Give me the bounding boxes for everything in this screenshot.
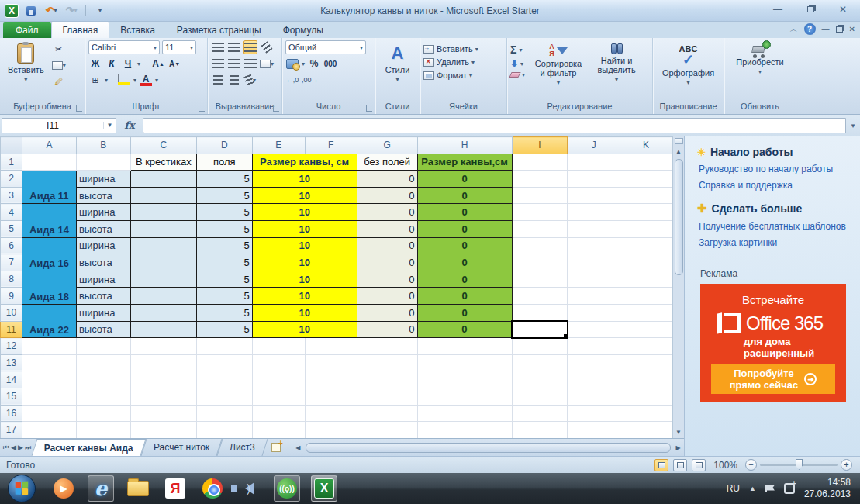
vertical-scroll-thumb[interactable]	[675, 159, 683, 275]
cell-E7[interactable]: 10	[252, 254, 357, 271]
cell[interactable]	[22, 388, 76, 405]
cell[interactable]	[568, 371, 620, 388]
scroll-right-arrow[interactable]: ▶	[672, 442, 684, 454]
cell[interactable]	[252, 388, 305, 405]
cell[interactable]	[620, 237, 672, 254]
cell-G5[interactable]: 0	[357, 220, 417, 237]
align-center-button[interactable]	[227, 57, 241, 71]
zoom-thumb[interactable]	[796, 459, 803, 470]
copy-button[interactable]: ▾	[52, 58, 66, 72]
align-bottom-button[interactable]	[243, 40, 257, 54]
column-header-C[interactable]: C	[130, 137, 196, 154]
cell[interactable]	[76, 422, 130, 439]
workbook-minimize-button[interactable]: —	[822, 25, 830, 33]
column-header-E[interactable]: E	[252, 137, 305, 154]
cell-H9[interactable]: 0	[417, 288, 512, 305]
cell[interactable]	[252, 405, 305, 422]
align-top-button[interactable]	[211, 40, 225, 54]
cell[interactable]	[512, 422, 568, 439]
cell-H3[interactable]: 0	[417, 187, 512, 204]
cell-B10[interactable]: ширина	[76, 304, 130, 321]
cell-aida-Аида-11[interactable]: Аида 11	[22, 171, 76, 204]
horizontal-scroll-thumb[interactable]	[306, 443, 671, 453]
tab-page-layout[interactable]: Разметка страницы	[166, 22, 272, 38]
cell-C7[interactable]	[130, 254, 196, 271]
cell[interactable]	[252, 338, 305, 355]
cell[interactable]	[196, 405, 252, 422]
page-break-view-button[interactable]	[692, 459, 706, 471]
cell-I6[interactable]	[512, 237, 568, 254]
insert-cells-button[interactable]: Вставить▾	[423, 44, 503, 54]
cell[interactable]	[512, 388, 568, 405]
row-header-11[interactable]: 11	[1, 321, 22, 338]
zoom-level[interactable]: 100%	[713, 460, 737, 471]
cell-D8[interactable]: 5	[196, 271, 252, 288]
cell-H5[interactable]: 0	[417, 220, 512, 237]
cell-C8[interactable]	[130, 271, 196, 288]
cell[interactable]	[305, 405, 357, 422]
cell[interactable]	[76, 354, 130, 371]
selected-cell-I11[interactable]	[512, 321, 568, 338]
row-header-2[interactable]: 2	[1, 171, 22, 188]
taskbar-network-app[interactable]: ((ϙ))	[274, 475, 300, 502]
cell[interactable]	[620, 304, 672, 321]
cell-E3[interactable]: 10	[252, 187, 357, 204]
cell[interactable]	[357, 354, 417, 371]
language-indicator[interactable]: RU	[727, 483, 740, 494]
cell-aida-Аида-18[interactable]: Аида 18	[22, 271, 76, 304]
cell-I7[interactable]	[512, 254, 568, 271]
font-size-combo[interactable]: 11▾	[162, 40, 196, 54]
cell[interactable]	[22, 422, 76, 439]
cell[interactable]	[568, 171, 620, 188]
cell[interactable]	[512, 338, 568, 355]
cell-aida-Аида-16[interactable]: Аида 16	[22, 237, 76, 271]
redo-button[interactable]: ↷▾	[64, 4, 79, 18]
cell-H4[interactable]: 0	[417, 204, 512, 221]
tab-insert[interactable]: Вставка	[109, 22, 166, 38]
zoom-track[interactable]	[760, 464, 838, 466]
row-header-13[interactable]: 13	[1, 354, 22, 371]
increase-decimal-button[interactable]: ←,0	[285, 73, 299, 87]
action-center-flag-icon[interactable]	[765, 485, 775, 492]
paste-button[interactable]: Вставить▾	[3, 40, 49, 102]
cell-E9[interactable]: 10	[252, 288, 357, 305]
cell[interactable]	[620, 354, 672, 371]
cell[interactable]	[620, 187, 672, 204]
cell[interactable]	[305, 354, 357, 371]
insert-worksheet-button[interactable]	[265, 439, 287, 456]
cell[interactable]	[130, 354, 196, 371]
cell-B3[interactable]: высота	[76, 187, 130, 204]
cell[interactable]	[568, 304, 620, 321]
cell-B4[interactable]: ширина	[76, 204, 130, 221]
format-painter-button[interactable]: 🖉	[52, 74, 66, 88]
cell[interactable]	[76, 371, 130, 388]
taskbar-media-player[interactable]: ▶	[50, 475, 77, 502]
cell-D9[interactable]: 5	[196, 288, 252, 305]
cell[interactable]	[568, 271, 620, 288]
clear-button[interactable]: ▾	[510, 71, 525, 78]
cell[interactable]	[357, 338, 417, 355]
office365-ad[interactable]: Встречайте Office 365 для домарасширенны…	[700, 284, 846, 402]
cell-B6[interactable]: ширина	[76, 237, 130, 254]
column-header-I[interactable]: I	[512, 137, 568, 154]
borders-button[interactable]: ⊞	[88, 73, 102, 87]
cell-G1[interactable]: без полей	[357, 154, 417, 171]
cell[interactable]	[196, 371, 252, 388]
cell[interactable]	[512, 354, 568, 371]
cell-D7[interactable]: 5	[196, 254, 252, 271]
underline-button[interactable]: Ч	[121, 57, 135, 71]
cell-H7[interactable]: 0	[417, 254, 512, 271]
taskbar-excel[interactable]: X	[311, 475, 337, 502]
column-header-D[interactable]: D	[196, 137, 252, 154]
zoom-out-button[interactable]: −	[745, 459, 757, 471]
cell-aida-Аида-14[interactable]: Аида 14	[22, 204, 76, 237]
grow-font-button[interactable]: А▲	[151, 57, 165, 71]
row-header-8[interactable]: 8	[1, 271, 22, 288]
column-header-G[interactable]: G	[357, 137, 417, 154]
cell[interactable]	[620, 405, 672, 422]
decrease-indent-button[interactable]	[211, 73, 225, 87]
cell-E11[interactable]: 10	[252, 321, 357, 338]
row-header-12[interactable]: 12	[1, 338, 22, 355]
next-sheet-button[interactable]: ▶	[18, 444, 23, 451]
save-button[interactable]	[23, 4, 39, 18]
